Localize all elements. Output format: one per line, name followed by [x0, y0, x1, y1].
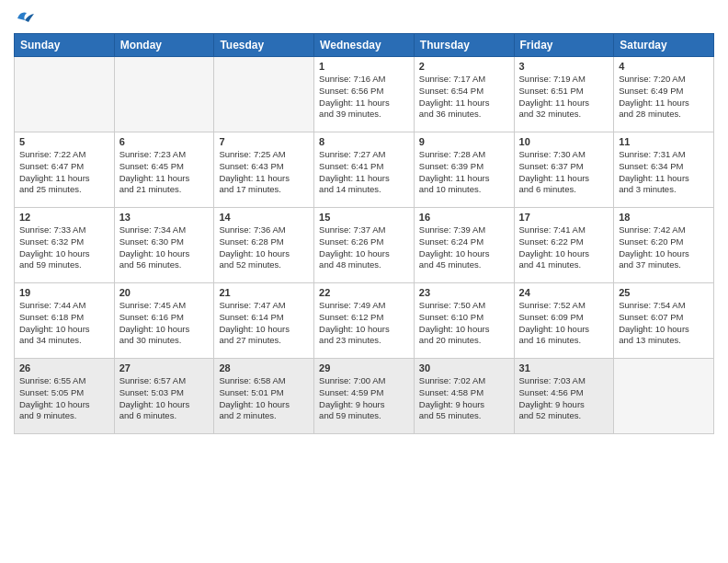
calendar-week-row: 12Sunrise: 7:33 AMSunset: 6:32 PMDayligh…	[15, 208, 714, 283]
calendar-day-cell: 26Sunrise: 6:55 AMSunset: 5:05 PMDayligh…	[15, 359, 115, 434]
day-number: 26	[19, 362, 109, 373]
calendar-day-cell: 23Sunrise: 7:50 AMSunset: 6:10 PMDayligh…	[414, 283, 514, 359]
calendar-header-friday: Friday	[514, 34, 614, 57]
calendar-day-cell: 22Sunrise: 7:49 AMSunset: 6:12 PMDayligh…	[314, 283, 415, 359]
day-number: 24	[519, 287, 609, 298]
calendar-day-cell	[214, 57, 314, 132]
day-info: Sunrise: 7:28 AMSunset: 6:39 PMDaylight:…	[419, 149, 509, 196]
day-number: 23	[419, 287, 509, 298]
calendar-day-cell	[614, 359, 714, 434]
calendar-day-cell: 15Sunrise: 7:37 AMSunset: 6:26 PMDayligh…	[314, 208, 415, 283]
day-info: Sunrise: 7:23 AMSunset: 6:45 PMDaylight:…	[119, 149, 210, 196]
day-number: 14	[219, 212, 309, 223]
day-number: 13	[119, 212, 210, 223]
calendar-day-cell: 11Sunrise: 7:31 AMSunset: 6:34 PMDayligh…	[614, 132, 714, 208]
day-info: Sunrise: 7:19 AMSunset: 6:51 PMDaylight:…	[519, 74, 609, 121]
day-number: 5	[19, 136, 109, 147]
day-info: Sunrise: 6:55 AMSunset: 5:05 PMDaylight:…	[19, 375, 109, 422]
day-number: 12	[19, 212, 109, 223]
day-info: Sunrise: 7:03 AMSunset: 4:56 PMDaylight:…	[519, 375, 609, 422]
day-info: Sunrise: 7:17 AMSunset: 6:54 PMDaylight:…	[419, 74, 509, 121]
day-number: 17	[519, 212, 609, 223]
calendar-day-cell	[15, 57, 115, 132]
calendar-day-cell: 13Sunrise: 7:34 AMSunset: 6:30 PMDayligh…	[114, 208, 214, 283]
day-number: 30	[419, 362, 509, 373]
calendar-day-cell: 21Sunrise: 7:47 AMSunset: 6:14 PMDayligh…	[214, 283, 314, 359]
calendar-day-cell: 2Sunrise: 7:17 AMSunset: 6:54 PMDaylight…	[414, 57, 514, 132]
day-number: 25	[619, 287, 709, 298]
day-number: 2	[419, 61, 509, 72]
calendar-day-cell: 31Sunrise: 7:03 AMSunset: 4:56 PMDayligh…	[514, 359, 614, 434]
calendar-day-cell: 30Sunrise: 7:02 AMSunset: 4:58 PMDayligh…	[414, 359, 514, 434]
calendar-day-cell	[114, 57, 214, 132]
calendar-week-row: 1Sunrise: 7:16 AMSunset: 6:56 PMDaylight…	[15, 57, 714, 132]
day-info: Sunrise: 7:41 AMSunset: 6:22 PMDaylight:…	[519, 224, 609, 271]
calendar-day-cell: 12Sunrise: 7:33 AMSunset: 6:32 PMDayligh…	[15, 208, 115, 283]
calendar-day-cell: 5Sunrise: 7:22 AMSunset: 6:47 PMDaylight…	[15, 132, 115, 208]
day-number: 10	[519, 136, 609, 147]
day-number: 21	[219, 287, 309, 298]
logo	[14, 9, 34, 26]
day-info: Sunrise: 7:36 AMSunset: 6:28 PMDaylight:…	[219, 224, 309, 271]
day-number: 31	[519, 362, 609, 373]
day-number: 9	[419, 136, 509, 147]
day-info: Sunrise: 7:22 AMSunset: 6:47 PMDaylight:…	[19, 149, 109, 196]
day-number: 15	[319, 212, 409, 223]
calendar-header-tuesday: Tuesday	[214, 34, 314, 57]
day-number: 19	[19, 287, 109, 298]
day-info: Sunrise: 7:52 AMSunset: 6:09 PMDaylight:…	[519, 300, 609, 347]
day-info: Sunrise: 7:31 AMSunset: 6:34 PMDaylight:…	[619, 149, 709, 196]
calendar-day-cell: 14Sunrise: 7:36 AMSunset: 6:28 PMDayligh…	[214, 208, 314, 283]
day-info: Sunrise: 7:20 AMSunset: 6:49 PMDaylight:…	[619, 74, 709, 121]
day-number: 20	[119, 287, 210, 298]
logo-bird-icon	[16, 9, 34, 26]
day-info: Sunrise: 7:02 AMSunset: 4:58 PMDaylight:…	[419, 375, 509, 422]
day-number: 3	[519, 61, 609, 72]
calendar-header-sunday: Sunday	[15, 34, 115, 57]
calendar-day-cell: 29Sunrise: 7:00 AMSunset: 4:59 PMDayligh…	[314, 359, 415, 434]
day-info: Sunrise: 7:33 AMSunset: 6:32 PMDaylight:…	[19, 224, 109, 271]
calendar-day-cell: 28Sunrise: 6:58 AMSunset: 5:01 PMDayligh…	[214, 359, 314, 434]
day-number: 7	[219, 136, 309, 147]
page: SundayMondayTuesdayWednesdayThursdayFrid…	[0, 0, 728, 563]
day-info: Sunrise: 7:25 AMSunset: 6:43 PMDaylight:…	[219, 149, 309, 196]
day-number: 16	[419, 212, 509, 223]
calendar-week-row: 26Sunrise: 6:55 AMSunset: 5:05 PMDayligh…	[15, 359, 714, 434]
day-info: Sunrise: 7:34 AMSunset: 6:30 PMDaylight:…	[119, 224, 210, 271]
calendar-week-row: 19Sunrise: 7:44 AMSunset: 6:18 PMDayligh…	[15, 283, 714, 359]
day-number: 27	[119, 362, 210, 373]
day-number: 18	[619, 212, 709, 223]
day-info: Sunrise: 6:58 AMSunset: 5:01 PMDaylight:…	[219, 375, 309, 422]
calendar-header-thursday: Thursday	[414, 34, 514, 57]
day-number: 4	[619, 61, 709, 72]
day-info: Sunrise: 7:44 AMSunset: 6:18 PMDaylight:…	[19, 300, 109, 347]
day-number: 22	[319, 287, 409, 298]
calendar-day-cell: 24Sunrise: 7:52 AMSunset: 6:09 PMDayligh…	[514, 283, 614, 359]
day-info: Sunrise: 7:37 AMSunset: 6:26 PMDaylight:…	[319, 224, 409, 271]
day-number: 8	[319, 136, 409, 147]
calendar-day-cell: 27Sunrise: 6:57 AMSunset: 5:03 PMDayligh…	[114, 359, 214, 434]
day-info: Sunrise: 7:49 AMSunset: 6:12 PMDaylight:…	[319, 300, 409, 347]
calendar-header-wednesday: Wednesday	[314, 34, 415, 57]
calendar-day-cell: 4Sunrise: 7:20 AMSunset: 6:49 PMDaylight…	[614, 57, 714, 132]
calendar-header-saturday: Saturday	[614, 34, 714, 57]
calendar-day-cell: 7Sunrise: 7:25 AMSunset: 6:43 PMDaylight…	[214, 132, 314, 208]
calendar-day-cell: 8Sunrise: 7:27 AMSunset: 6:41 PMDaylight…	[314, 132, 415, 208]
calendar-day-cell: 17Sunrise: 7:41 AMSunset: 6:22 PMDayligh…	[514, 208, 614, 283]
calendar-day-cell: 20Sunrise: 7:45 AMSunset: 6:16 PMDayligh…	[114, 283, 214, 359]
calendar-day-cell: 25Sunrise: 7:54 AMSunset: 6:07 PMDayligh…	[614, 283, 714, 359]
day-number: 29	[319, 362, 409, 373]
header	[14, 9, 714, 26]
calendar-header-row: SundayMondayTuesdayWednesdayThursdayFrid…	[15, 34, 714, 57]
day-number: 6	[119, 136, 210, 147]
calendar-day-cell: 10Sunrise: 7:30 AMSunset: 6:37 PMDayligh…	[514, 132, 614, 208]
day-number: 1	[319, 61, 409, 72]
calendar-day-cell: 16Sunrise: 7:39 AMSunset: 6:24 PMDayligh…	[414, 208, 514, 283]
day-info: Sunrise: 7:30 AMSunset: 6:37 PMDaylight:…	[519, 149, 609, 196]
calendar-day-cell: 19Sunrise: 7:44 AMSunset: 6:18 PMDayligh…	[15, 283, 115, 359]
day-info: Sunrise: 6:57 AMSunset: 5:03 PMDaylight:…	[119, 375, 210, 422]
calendar-day-cell: 3Sunrise: 7:19 AMSunset: 6:51 PMDaylight…	[514, 57, 614, 132]
day-info: Sunrise: 7:54 AMSunset: 6:07 PMDaylight:…	[619, 300, 709, 347]
day-number: 11	[619, 136, 709, 147]
calendar-header-monday: Monday	[114, 34, 214, 57]
